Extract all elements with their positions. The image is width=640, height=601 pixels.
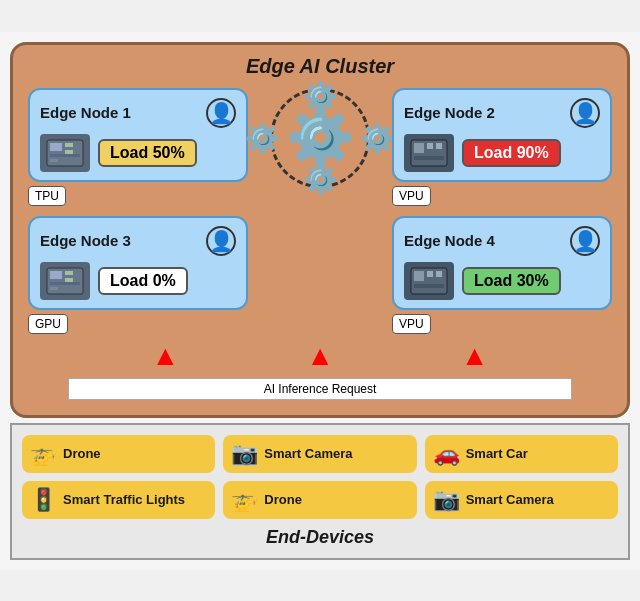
gear-main-icon: ⚙️	[286, 105, 355, 170]
gear-left-icon: ⚙️	[245, 121, 280, 154]
nodes-bottom-row: Edge Node 3 👤	[28, 216, 612, 334]
node2-wrapper: Edge Node 2 👤	[392, 88, 612, 206]
edge-node-1: Edge Node 1 👤	[28, 88, 248, 182]
drone2-label: Drone	[264, 492, 302, 507]
svg-rect-16	[50, 287, 58, 290]
drone1-icon: 🚁	[30, 441, 57, 467]
edge-cluster: Edge AI Cluster Edge Node 1 👤	[10, 42, 630, 418]
node3-wrapper: Edge Node 3 👤	[28, 216, 248, 334]
arrow-right: ▲	[461, 342, 489, 370]
node2-person-icon: 👤	[570, 98, 600, 128]
svg-rect-9	[436, 143, 442, 149]
node4-header: Edge Node 4 👤	[404, 226, 600, 256]
arrows-container: ▲ ▲ ▲	[28, 342, 612, 370]
svg-rect-12	[50, 271, 62, 279]
node4-body: Load 30%	[404, 262, 600, 300]
node1-header: Edge Node 1 👤	[40, 98, 236, 128]
node3-body: Load 0%	[40, 262, 236, 300]
node2-hw-label: VPU	[392, 186, 431, 206]
svg-rect-10	[414, 156, 444, 160]
node3-title: Edge Node 3	[40, 232, 131, 249]
node1-title: Edge Node 1	[40, 104, 131, 121]
device-drone1: 🚁 Drone	[22, 435, 215, 473]
node4-hw-label: VPU	[392, 314, 431, 334]
arrow-center: ▲	[306, 342, 334, 370]
node3-load-badge: Load 0%	[98, 267, 188, 295]
drone2-icon: 🚁	[231, 487, 258, 513]
svg-rect-18	[414, 271, 424, 281]
svg-rect-14	[65, 278, 73, 282]
svg-rect-4	[50, 154, 80, 157]
end-devices-section: 🚁 Drone 📷 Smart Camera 🚗 Smart Car 🚦 Sma…	[10, 423, 630, 560]
smart-camera1-label: Smart Camera	[264, 446, 352, 461]
node4-title: Edge Node 4	[404, 232, 495, 249]
svg-rect-7	[414, 143, 424, 153]
node1-body: Load 50%	[40, 134, 236, 172]
gear-center: ⚙️ ⚙️ ⚙️ ⚙️ ⚙️	[255, 88, 385, 188]
svg-rect-3	[65, 150, 73, 154]
smart-camera1-icon: 📷	[231, 441, 258, 467]
nodes-top-row: Edge Node 1 👤	[28, 88, 612, 206]
device-drone2: 🚁 Drone	[223, 481, 416, 519]
svg-rect-13	[65, 271, 73, 275]
end-devices-grid: 🚁 Drone 📷 Smart Camera 🚗 Smart Car 🚦 Sma…	[22, 435, 618, 519]
smart-camera2-icon: 📷	[433, 487, 460, 513]
node4-person-icon: 👤	[570, 226, 600, 256]
svg-rect-21	[414, 284, 444, 288]
svg-rect-5	[50, 159, 58, 162]
node3-header: Edge Node 3 👤	[40, 226, 236, 256]
svg-rect-19	[427, 271, 433, 277]
svg-rect-20	[436, 271, 442, 277]
svg-rect-2	[65, 143, 73, 147]
edge-node-4: Edge Node 4 👤	[392, 216, 612, 310]
node2-hw-icon	[404, 134, 454, 172]
node2-title: Edge Node 2	[404, 104, 495, 121]
device-smart-camera1: 📷 Smart Camera	[223, 435, 416, 473]
svg-rect-1	[50, 143, 62, 151]
smart-camera2-label: Smart Camera	[466, 492, 554, 507]
node2-body: Load 90%	[404, 134, 600, 172]
node4-load-badge: Load 30%	[462, 267, 561, 295]
gear-right-icon: ⚙️	[360, 121, 395, 154]
node1-wrapper: Edge Node 1 👤	[28, 88, 248, 206]
svg-rect-8	[427, 143, 433, 149]
node1-load-badge: Load 50%	[98, 139, 197, 167]
end-devices-title: End-Devices	[22, 527, 618, 548]
inference-bar: AI Inference Request	[68, 378, 572, 400]
main-container: Edge AI Cluster Edge Node 1 👤	[0, 32, 640, 570]
inference-label: AI Inference Request	[264, 382, 377, 396]
smart-car-label: Smart Car	[466, 446, 528, 461]
smart-traffic-icon: 🚦	[30, 487, 57, 513]
smart-car-icon: 🚗	[433, 441, 460, 467]
node2-load-badge: Load 90%	[462, 139, 561, 167]
node3-hw-label: GPU	[28, 314, 68, 334]
node3-person-icon: 👤	[206, 226, 236, 256]
inference-section: ▲ ▲ ▲ AI Inference Request	[28, 342, 612, 400]
device-smart-car: 🚗 Smart Car	[425, 435, 618, 473]
drone1-label: Drone	[63, 446, 101, 461]
svg-rect-15	[50, 282, 80, 285]
node1-person-icon: 👤	[206, 98, 236, 128]
node2-header: Edge Node 2 👤	[404, 98, 600, 128]
node1-hw-icon	[40, 134, 90, 172]
node3-hw-icon	[40, 262, 90, 300]
node4-hw-icon	[404, 262, 454, 300]
smart-traffic-label: Smart Traffic Lights	[63, 492, 185, 507]
arrow-left: ▲	[151, 342, 179, 370]
center-spacer	[255, 216, 385, 334]
edge-node-2: Edge Node 2 👤	[392, 88, 612, 182]
edge-node-3: Edge Node 3 👤	[28, 216, 248, 310]
cluster-title: Edge AI Cluster	[28, 55, 612, 78]
device-smart-traffic: 🚦 Smart Traffic Lights	[22, 481, 215, 519]
node4-wrapper: Edge Node 4 👤	[392, 216, 612, 334]
node1-hw-label: TPU	[28, 186, 66, 206]
device-smart-camera2: 📷 Smart Camera	[425, 481, 618, 519]
